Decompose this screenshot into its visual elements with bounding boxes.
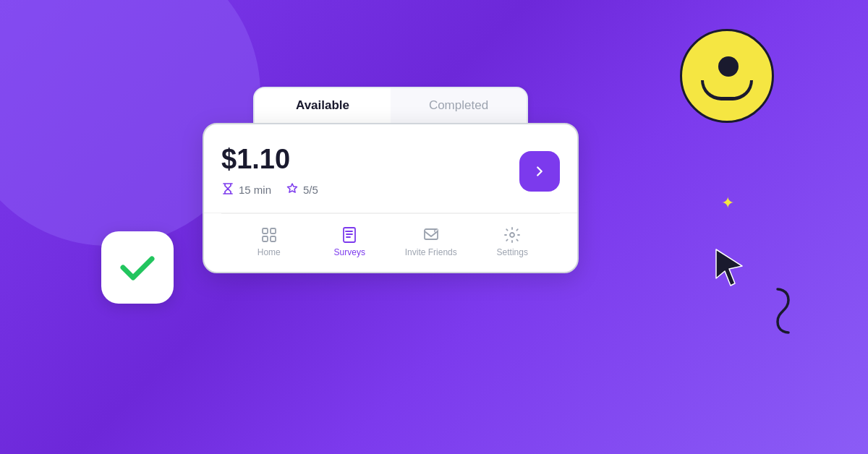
nav-surveys-label: Surveys — [334, 247, 365, 257]
app-mockup: Available Completed $1.10 — [203, 87, 579, 273]
svg-rect-1 — [271, 228, 276, 234]
smiley-decoration — [680, 29, 774, 123]
surveys-icon — [340, 226, 359, 244]
checkmark-badge — [101, 231, 174, 304]
survey-arrow-button[interactable] — [519, 151, 560, 192]
nav-home-label: Home — [258, 247, 281, 257]
nav-settings-label: Settings — [497, 247, 528, 257]
star-icon — [286, 182, 299, 198]
nav-invite[interactable]: Invite Friends — [405, 226, 457, 257]
rating-meta: 5/5 — [286, 182, 318, 198]
svg-rect-4 — [344, 228, 355, 242]
bottom-nav: Home Surveys — [221, 213, 560, 272]
svg-rect-2 — [263, 236, 268, 241]
svg-point-7 — [510, 233, 514, 237]
rating-label: 5/5 — [303, 184, 318, 196]
nav-surveys[interactable]: Surveys — [324, 226, 375, 257]
svg-rect-3 — [271, 236, 276, 241]
nav-settings[interactable]: Settings — [487, 226, 537, 257]
nav-invite-label: Invite Friends — [405, 247, 457, 257]
sparkle-icon-4: ✦ — [721, 195, 734, 211]
survey-price: $1.10 — [221, 145, 508, 175]
hourglass-icon — [221, 182, 234, 198]
survey-meta: 15 min 5/5 — [221, 182, 508, 198]
main-card: $1.10 15 min — [203, 123, 579, 273]
nav-home[interactable]: Home — [244, 226, 294, 257]
duration-meta: 15 min — [221, 182, 271, 198]
survey-card-content: $1.10 15 min — [221, 145, 560, 213]
survey-info: $1.10 15 min — [221, 145, 508, 198]
tab-bar: Available Completed — [253, 87, 528, 124]
settings-icon — [503, 226, 522, 244]
tab-completed[interactable]: Completed — [391, 88, 527, 123]
home-icon — [260, 226, 278, 244]
smiley-eye — [718, 56, 739, 77]
smiley-mouth — [701, 80, 753, 100]
duration-label: 15 min — [239, 184, 271, 196]
tab-available[interactable]: Available — [255, 88, 391, 123]
cursor-arrow — [709, 246, 752, 292]
svg-rect-0 — [263, 228, 268, 234]
invite-icon — [422, 226, 441, 244]
